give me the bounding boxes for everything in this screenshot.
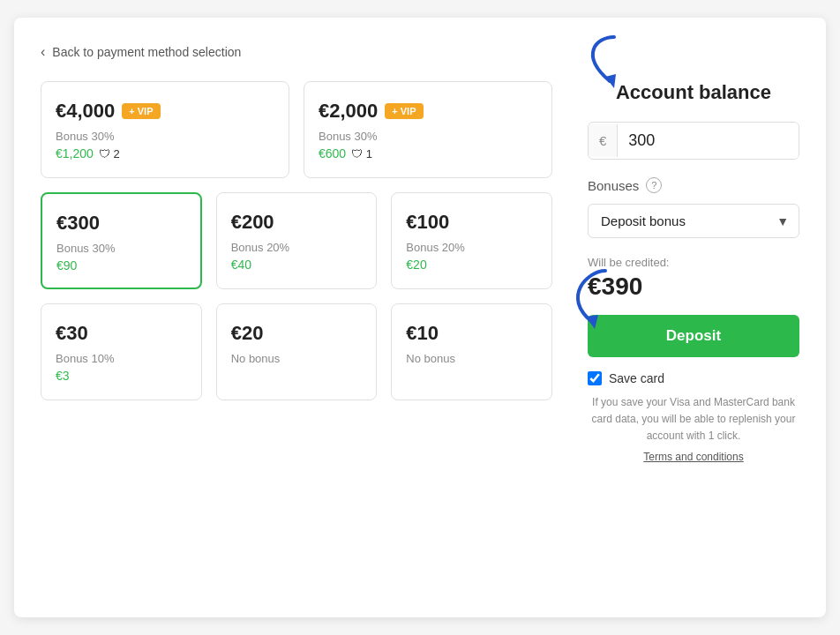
middle-cards-row: €300 Bonus 30% €90 €200 Bonus 20% €40 €1… <box>41 192 552 289</box>
back-nav-label: Back to payment method selection <box>52 45 241 59</box>
card-20[interactable]: €20 No bonus <box>216 303 378 400</box>
amount-input-row: € <box>588 122 799 160</box>
main-content: €4,000 + VIP Bonus 30% €1,200 🛡 2 €2,000… <box>41 81 799 591</box>
card-30-amount: €30 <box>56 322 187 345</box>
back-chevron-icon: ‹ <box>41 44 45 60</box>
currency-label: € <box>589 124 618 157</box>
bonuses-label: Bonuses <box>588 178 639 193</box>
card-4000-amount: €4,000 + VIP <box>56 100 274 123</box>
card-4000[interactable]: €4,000 + VIP Bonus 30% €1,200 🛡 2 <box>41 81 289 178</box>
card-300-amount: €300 <box>56 212 186 235</box>
card-2000-amount: €2,000 + VIP <box>319 100 537 123</box>
card-2000-bonus-details: €600 🛡 1 <box>319 146 537 161</box>
section-title: Account balance <box>588 81 799 104</box>
bonus-select[interactable]: Deposit bonus No bonus Welcome bonus <box>588 204 799 238</box>
card-2000-bonus-label: Bonus 30% <box>319 130 537 143</box>
bonuses-row: Bonuses ? <box>588 177 799 193</box>
card-200-amount: €200 <box>231 211 363 234</box>
back-nav[interactable]: ‹ Back to payment method selection <box>41 44 799 60</box>
card-2000[interactable]: €2,000 + VIP Bonus 30% €600 🛡 1 <box>304 81 552 178</box>
save-card-label: Save card <box>609 371 664 385</box>
top-cards-grid: €4,000 + VIP Bonus 30% €1,200 🛡 2 €2,000… <box>41 81 552 178</box>
left-panel: €4,000 + VIP Bonus 30% €1,200 🛡 2 €2,000… <box>41 81 552 591</box>
shield-icon-4000: 🛡 2 <box>99 147 120 161</box>
card-20-bonus-label: No bonus <box>231 352 363 365</box>
card-30-bonus-label: Bonus 10% <box>56 352 187 365</box>
card-100-bonus-label: Bonus 20% <box>406 241 537 254</box>
card-4000-bonus-label: Bonus 30% <box>56 130 274 143</box>
card-100-bonus-value: €20 <box>406 258 537 272</box>
main-container: ‹ Back to payment method selection €4,00… <box>14 18 826 617</box>
card-300-bonus-value: €90 <box>56 258 186 273</box>
bonus-select-wrapper: Deposit bonus No bonus Welcome bonus ▼ <box>588 204 799 238</box>
card-200[interactable]: €200 Bonus 20% €40 <box>216 192 378 289</box>
card-300-bonus-label: Bonus 30% <box>56 242 186 255</box>
card-30[interactable]: €30 Bonus 10% €3 <box>41 303 202 400</box>
save-card-desc: If you save your Visa and MasterCard ban… <box>588 394 799 445</box>
card-10-amount: €10 <box>406 322 537 345</box>
bottom-cards-row: €30 Bonus 10% €3 €20 No bonus €10 No bon… <box>41 303 552 400</box>
credited-amount: €390 <box>588 273 799 301</box>
help-icon[interactable]: ? <box>646 177 662 193</box>
card-10-bonus-label: No bonus <box>406 352 537 365</box>
deposit-button[interactable]: Deposit <box>588 315 799 357</box>
card-100-amount: €100 <box>406 211 537 234</box>
save-card-row: Save card <box>588 371 799 385</box>
card-30-bonus-value: €3 <box>56 369 187 383</box>
vip-badge-2000: + VIP <box>385 103 423 119</box>
card-10[interactable]: €10 No bonus <box>391 303 552 400</box>
right-panel-inner: Account balance € Bonuses ? Deposit bonu… <box>588 81 799 463</box>
save-card-checkbox[interactable] <box>588 371 602 385</box>
card-4000-bonus-details: €1,200 🛡 2 <box>56 146 274 161</box>
amount-input[interactable] <box>618 123 799 159</box>
card-20-amount: €20 <box>231 322 363 345</box>
card-200-bonus-value: €40 <box>231 258 363 272</box>
shield-icon-2000: 🛡 1 <box>351 147 372 161</box>
card-300[interactable]: €300 Bonus 30% €90 <box>41 192 202 289</box>
will-be-credited-label: Will be credited: <box>588 256 799 269</box>
card-100[interactable]: €100 Bonus 20% €20 <box>391 192 552 289</box>
vip-badge-4000: + VIP <box>122 103 160 119</box>
card-200-bonus-label: Bonus 20% <box>231 241 363 254</box>
right-panel: Account balance € Bonuses ? Deposit bonu… <box>588 81 799 591</box>
terms-link[interactable]: Terms and conditions <box>588 451 799 463</box>
